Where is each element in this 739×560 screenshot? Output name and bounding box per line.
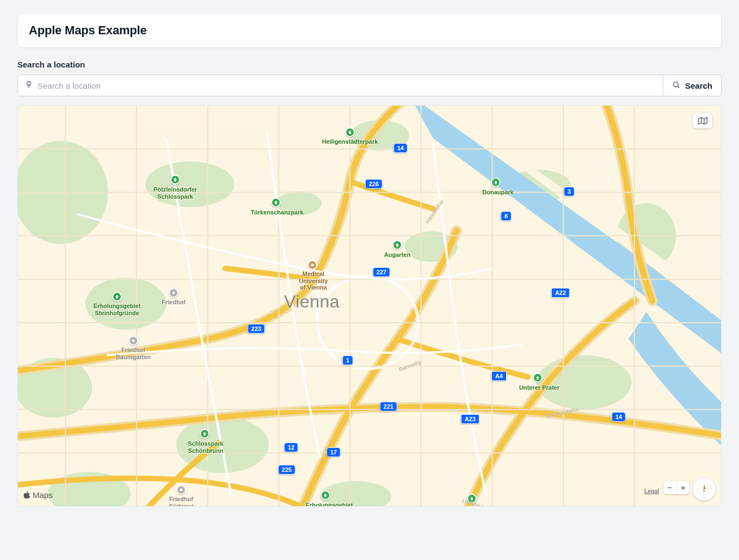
park-label-7: SchlossparkSchönbrunn <box>188 440 223 454</box>
page-title: Apple Maps Example <box>29 23 710 38</box>
park-pin-4[interactable] <box>392 240 402 250</box>
zoom-control: − + <box>663 481 689 494</box>
svg-text:N: N <box>703 489 705 493</box>
poi-label-0: MedicalUniversityof Vienna <box>299 270 328 291</box>
road-shield-12: 12 <box>284 442 298 452</box>
poi-pin-0[interactable] <box>307 260 317 270</box>
search-button-label: Search <box>685 81 712 90</box>
road-shield-8: 8 <box>501 211 512 221</box>
poi-pin-1[interactable] <box>169 288 178 298</box>
road-shield-A22: A22 <box>551 288 570 298</box>
svg-line-26 <box>708 484 709 485</box>
park-pin-0[interactable] <box>345 127 355 137</box>
park-label-2: Donaupark <box>482 189 513 196</box>
road-shield-A23: A23 <box>461 414 479 424</box>
park-pin-7[interactable] <box>200 429 210 439</box>
road-shield-A4: A4 <box>491 371 507 381</box>
poi-label-1: Friedhof <box>162 299 186 306</box>
city-label: Vienna <box>284 292 340 312</box>
compass-button[interactable]: N <box>693 478 716 501</box>
attribution-text: Maps <box>33 490 53 500</box>
park-label-6: Unterer Prater <box>519 384 559 391</box>
park-label-3: Türkenschanzpark <box>250 209 303 216</box>
park-label-4: Augarten <box>384 251 410 259</box>
svg-marker-30 <box>703 484 704 489</box>
location-pin-icon <box>24 80 33 91</box>
search-label: Search a location <box>17 60 722 69</box>
apple-icon <box>23 491 30 499</box>
search-input[interactable] <box>38 81 656 90</box>
poi-label-2: FriedhofBaumgarten <box>116 347 151 360</box>
road-shield-1: 1 <box>342 355 353 365</box>
park-pin-1[interactable] <box>170 175 180 184</box>
zoom-in-button[interactable]: + <box>677 481 690 494</box>
search-section: Search a location Search <box>17 60 722 96</box>
road-shield-14a: 14 <box>393 143 408 153</box>
svg-marker-29 <box>704 484 705 489</box>
park-pin-6[interactable] <box>533 373 543 383</box>
park-label-8: ErholungsgebietWienerberg <box>306 502 353 507</box>
search-icon <box>672 81 681 91</box>
road-shield-17: 17 <box>327 447 341 457</box>
road-shield-227: 227 <box>373 267 390 277</box>
svg-line-27 <box>699 493 700 494</box>
poi-pin-3[interactable] <box>176 485 186 495</box>
road-shield-14b: 14 <box>612 412 626 422</box>
park-label-5: ErholungsgebietSteinhofgründe <box>94 303 141 316</box>
apple-maps-attribution: Maps <box>23 490 53 500</box>
svg-line-25 <box>699 484 700 485</box>
svg-line-28 <box>708 493 709 494</box>
park-label-1: PötzleinsdorferSchlosspark <box>153 186 197 200</box>
svg-point-0 <box>674 82 679 87</box>
park-pin-5[interactable] <box>112 292 122 301</box>
compass-icon: N <box>696 481 712 497</box>
svg-line-1 <box>678 86 679 88</box>
map-canvas[interactable]: 1422638227A222231A422114A231217225Heilig… <box>17 105 722 507</box>
poi-label-3: FriedhofSüdwest <box>169 496 193 507</box>
poi-pin-2[interactable] <box>128 336 138 346</box>
road-shield-3: 3 <box>564 187 575 196</box>
svg-point-3 <box>145 162 234 207</box>
zoom-out-button[interactable]: − <box>663 481 677 494</box>
park-pin-8[interactable] <box>321 490 330 500</box>
legal-link[interactable]: Legal <box>644 488 659 494</box>
map-type-button[interactable] <box>693 113 712 128</box>
svg-point-20 <box>180 489 183 491</box>
svg-point-17 <box>311 264 314 267</box>
title-bar: Apple Maps Example <box>17 13 722 48</box>
park-pin-2[interactable] <box>491 177 501 187</box>
search-row: Search <box>17 75 722 96</box>
svg-point-19 <box>132 340 135 342</box>
road-shield-226: 226 <box>365 179 383 189</box>
park-pin-3[interactable] <box>271 198 281 207</box>
park-label-0: Heiligenstädterpark <box>322 138 378 145</box>
search-box[interactable] <box>17 75 663 96</box>
road-shield-223: 223 <box>248 324 265 334</box>
map-fold-icon <box>698 117 707 125</box>
svg-point-18 <box>173 292 175 294</box>
road-shield-225: 225 <box>278 465 295 475</box>
search-button[interactable]: Search <box>663 75 722 96</box>
road-shield-221: 221 <box>380 402 397 411</box>
